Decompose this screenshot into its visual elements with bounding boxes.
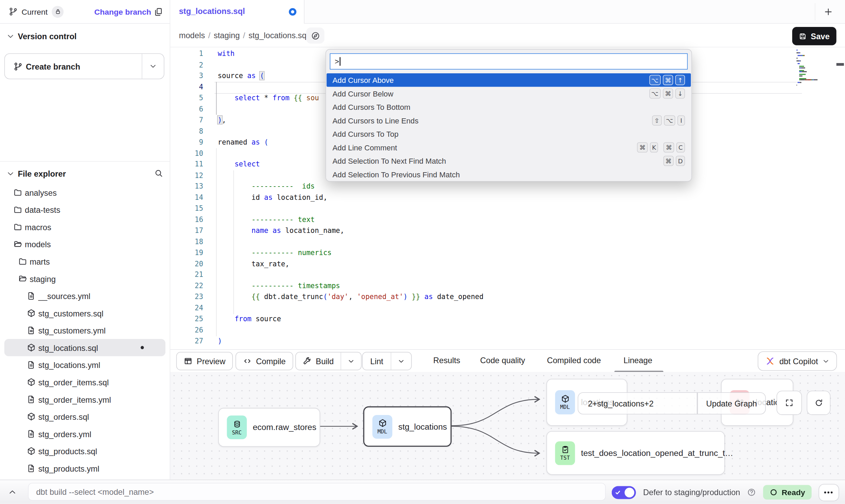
file-tree-item-models[interactable]: models	[4, 236, 166, 253]
line-number: 23	[170, 292, 203, 302]
defer-toggle[interactable]	[612, 486, 636, 499]
key-chip: ⌘	[663, 75, 673, 85]
code-line-23: {{ dbt.date_trunc('day', 'opened_at') }}…	[218, 292, 483, 302]
keyboard-shortcut: ⌘D	[663, 156, 685, 166]
lineage-node-ecom-raw-stores[interactable]: SRC ecom.raw_stores	[218, 408, 320, 447]
copy-icon[interactable]	[153, 7, 163, 16]
lineage-node-test[interactable]: TST test_does_location_opened_at_trunc_t…	[546, 431, 725, 475]
tab-compiled-code[interactable]: Compiled code	[547, 350, 601, 371]
new-tab-plus-icon[interactable]	[824, 7, 833, 17]
update-graph-button[interactable]: Update Graph	[697, 392, 766, 415]
command-label: Add Cursors to Line Ends	[332, 116, 652, 125]
keyboard-shortcut: ⌥⌘↓	[649, 88, 685, 99]
line-number-gutter: 1234567891011121314151617181920212223242…	[170, 48, 203, 347]
command-item-add-cursors-to-bottom[interactable]: Add Cursors To Bottom	[326, 100, 691, 114]
expand-panel-chevron-icon[interactable]	[8, 488, 17, 496]
command-item-add-line-comment[interactable]: Add Line Comment⌘K⌘C	[326, 140, 691, 154]
dbt-copilot-button[interactable]: dbt Copilot	[758, 351, 837, 371]
search-icon[interactable]	[154, 169, 163, 178]
folder-icon	[18, 257, 27, 266]
command-palette-input[interactable]: >	[330, 53, 687, 69]
lineage-search-input[interactable]: 2+stg_locations+2	[578, 392, 697, 415]
compass-button[interactable]	[306, 28, 325, 44]
file-tree-item--sources-yml[interactable]: __sources.yml	[4, 287, 166, 305]
compile-button[interactable]: Compile	[236, 352, 293, 370]
lint-dropdown[interactable]	[391, 353, 411, 370]
file-tree-item-macros[interactable]: macros	[4, 218, 166, 236]
minimap-line	[797, 85, 836, 86]
command-item-add-cursor-below[interactable]: Add Cursor Below⌥⌘↓	[326, 87, 691, 100]
file-explorer-section-header[interactable]: File explorer	[0, 161, 170, 186]
file-label: data-tests	[25, 205, 60, 214]
command-palette: > Add Cursor Above⌥⌘↑Add Cursor Below⌥⌘↓…	[326, 49, 692, 182]
chevron-down-icon	[398, 358, 405, 365]
file-tree-item-marts[interactable]: marts	[4, 253, 166, 270]
line-number: 8	[170, 126, 203, 137]
save-icon	[799, 32, 807, 40]
key-chip: D	[676, 156, 685, 166]
scrollbar-marker[interactable]	[836, 63, 844, 66]
ready-status-badge[interactable]: Ready	[764, 485, 812, 500]
minimap[interactable]	[797, 49, 836, 86]
file-tree-item-staging[interactable]: staging	[4, 270, 166, 287]
tab-stg-locations-sql[interactable]: stg_locations.sql	[170, 0, 305, 24]
line-number: 12	[170, 170, 203, 181]
fullscreen-icon	[785, 398, 794, 407]
change-branch-link[interactable]: Change branch	[94, 7, 151, 16]
file-tree-item-stg-products-sql[interactable]: stg_products.sql	[4, 442, 166, 460]
dbt-command-input[interactable]: dbt build --select <model_name>	[28, 483, 606, 501]
file-tree-item-data-tests[interactable]: data-tests	[4, 201, 166, 218]
command-label: Add Cursors To Bottom	[332, 103, 685, 111]
command-item-add-selection-to-next-find-match[interactable]: Add Selection To Next Find Match⌘D	[326, 154, 691, 168]
file-explorer-title: File explorer	[18, 169, 66, 178]
help-icon[interactable]	[747, 488, 756, 497]
file-tree-item-stg-order-items-yml[interactable]: stg_order_items.yml	[4, 391, 166, 408]
create-branch-dropdown[interactable]	[142, 54, 164, 79]
refresh-icon	[814, 398, 823, 407]
refresh-button[interactable]	[807, 391, 831, 415]
save-button[interactable]: Save	[792, 27, 836, 45]
lineage-graph[interactable]: MDL locations locations SRC ecom.raw_sto…	[170, 372, 845, 479]
fullscreen-button[interactable]	[776, 391, 802, 415]
breadcrumb-item[interactable]: staging	[214, 31, 240, 40]
key-chip: ⇧	[652, 115, 662, 125]
model-icon	[561, 395, 569, 403]
code-line-25: from source	[218, 314, 483, 325]
key-chip: ⌘	[663, 88, 673, 99]
preview-button[interactable]: Preview	[176, 352, 233, 370]
file-tree-item-stg-customers-sql[interactable]: stg_customers.sql	[4, 305, 166, 322]
command-item-add-cursors-to-line-ends[interactable]: Add Cursors to Line Ends⇧⌥I	[326, 114, 691, 127]
file-label: staging	[30, 274, 56, 283]
breadcrumb-item[interactable]: models	[179, 31, 205, 40]
code-line-27: )	[218, 336, 483, 347]
command-item-add-selection-to-previous-find-match[interactable]: Add Selection To Previous Find Match	[326, 167, 691, 181]
indent-guide	[216, 148, 217, 336]
file-tree-item-stg-order-items-sql[interactable]: stg_order_items.sql	[4, 373, 166, 391]
file-tree-item-stg-orders-yml[interactable]: stg_orders.yml	[4, 425, 166, 443]
editor-toolbar: Preview Compile Build Lint Results Code …	[170, 349, 845, 372]
file-tree-item-analyses[interactable]: analyses	[4, 184, 166, 201]
more-options-button[interactable]: •••	[819, 484, 839, 501]
command-item-add-cursor-above[interactable]: Add Cursor Above⌥⌘↑	[327, 73, 691, 87]
file-tree-item-stg-products-yml[interactable]: stg_products.yml	[4, 460, 166, 477]
breadcrumb-item[interactable]: stg_locations.sql	[249, 31, 308, 40]
wrench-icon	[303, 357, 311, 365]
version-control-section-header[interactable]: Version control	[0, 24, 170, 49]
command-item-add-cursors-to-top[interactable]: Add Cursors To Top	[326, 127, 691, 141]
file-tree-item-stg-locations-yml[interactable]: stg_locations.yml	[4, 356, 166, 374]
file-tree-item-stg-locations-sql[interactable]: stg_locations.sql	[4, 339, 166, 356]
line-number: 13	[170, 181, 203, 192]
build-button[interactable]: Build	[295, 352, 362, 370]
lineage-node-stg-locations[interactable]: MDL stg_locations	[363, 406, 451, 447]
tab-lineage[interactable]: Lineage	[623, 350, 652, 371]
lint-button[interactable]: Lint	[362, 352, 412, 370]
build-dropdown[interactable]	[341, 353, 361, 370]
tab-code-quality[interactable]: Code quality	[480, 350, 525, 371]
file-tree-item-stg-orders-sql[interactable]: stg_orders.sql	[4, 408, 166, 425]
tab-results[interactable]: Results	[433, 350, 460, 371]
file-tree: analysesdata-testsmacrosmodelsmartsstagi…	[0, 184, 170, 477]
file-tree-item-stg-customers-yml[interactable]: stg_customers.yml	[4, 322, 166, 339]
line-number: 4	[170, 81, 203, 92]
create-branch-button[interactable]: Create branch	[4, 53, 164, 79]
dbt-cloud-ide: Current Change branch Version control Cr…	[0, 0, 845, 504]
